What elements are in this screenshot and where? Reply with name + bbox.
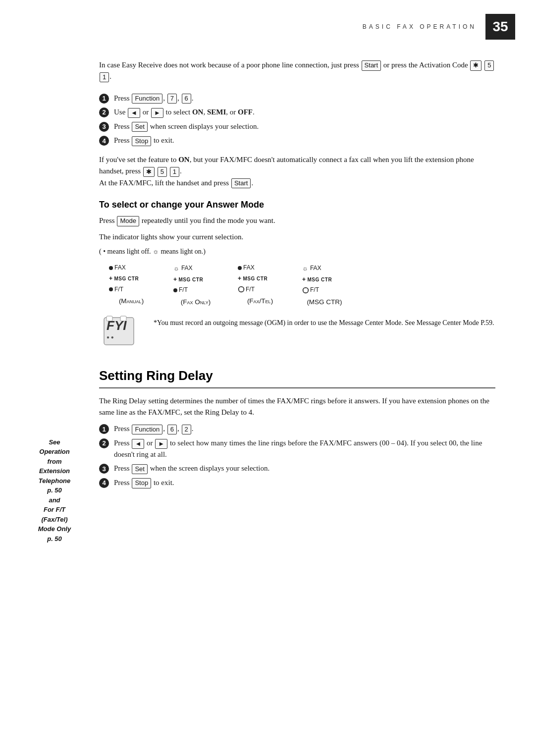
step-4: 4 Press Stop to exit. [99, 135, 495, 146]
manual-ft-dot [109, 287, 113, 291]
rd-step-4: 4 Press Stop to exit. [99, 477, 495, 488]
rd-step-3: 3 Press Set when the screen displays you… [99, 463, 495, 474]
msg-ctr-mode: ☼ FAX + MSG CTR [302, 263, 347, 306]
fyi-graphic: FYI ● ● [99, 313, 149, 352]
key-6a: 6 [182, 94, 191, 104]
faxtel-fax-row: FAX [238, 263, 282, 273]
left-arrow-key: ◄ [128, 108, 140, 118]
ring-delay-text: The Ring Delay setting determines the nu… [99, 395, 495, 419]
manual-msg-arrow: + [109, 273, 113, 284]
main-content: In case Easy Receive does not work becau… [0, 40, 535, 516]
sidebar-note: SeeOperationfromExtensionTelephonep. 50a… [22, 437, 87, 544]
faxonly-ft-row: F/T [173, 285, 218, 296]
faxonly-ft-label: F/T [179, 285, 188, 296]
step-number-3: 3 [99, 122, 109, 132]
msg-ctr-label-below: (MSG CTR) [307, 298, 342, 306]
header-title: BASIC FAX OPERATION [363, 23, 477, 30]
step-number-1: 1 [99, 94, 109, 104]
fax-only-mode: ☼ FAX + MSG CTR F/T (Fax Only) [173, 263, 218, 306]
start-key-2: Start [231, 178, 251, 188]
answer-mode-text1: Press Mode repeatedly until you find the… [99, 215, 495, 226]
msgctr-fax-sun: ☼ [302, 263, 308, 274]
intro-paragraph: In case Easy Receive does not work becau… [99, 59, 495, 83]
faxonly-msg-row: + MSG CTR [173, 274, 218, 285]
svg-point-5 [303, 288, 309, 293]
msgctr-fax-row: ☼ FAX [302, 263, 347, 274]
manual-mode: FAX + MSG CTR F/T (Manual) [109, 263, 154, 305]
ring-delay-section: Setting Ring Delay The Ring Delay settin… [99, 368, 495, 488]
faxtel-msg-label: MSG CTR [243, 274, 268, 283]
rd-left-arrow: ◄ [132, 439, 144, 449]
msgctr-fax-label: FAX [310, 263, 321, 274]
manual-ft-row: F/T [109, 284, 154, 295]
faxtel-fax-dot [238, 266, 242, 270]
key-1b: 1 [170, 167, 179, 177]
rd-step-1: 1 Press Function, 6, 2. [99, 423, 495, 434]
manual-label: (Manual) [119, 297, 144, 305]
rd-key-2: 2 [182, 425, 191, 434]
faxtel-ft-ring [238, 286, 245, 293]
fax-only-label: (Fax Only) [181, 298, 211, 306]
page-number: 35 [485, 14, 515, 40]
right-arrow-key: ► [151, 108, 163, 118]
faxtel-msg-arrow: + [238, 273, 242, 284]
function-key-2: Function [132, 425, 162, 434]
fyi-note: *You must record an outgoing message (OG… [154, 318, 495, 328]
set-key-1: Set [132, 122, 148, 132]
msg-ctr-col: ☼ FAX + MSG CTR [302, 263, 347, 296]
key-5b: 5 [158, 167, 167, 177]
step-number-4: 4 [99, 136, 109, 146]
ring-delay-divider [99, 387, 495, 388]
fyi-container: FYI ● ● *You must record an outgoing mes… [99, 313, 495, 352]
fax-tel-mode: FAX + MSG CTR [238, 263, 282, 305]
faxonly-ft-dot [173, 288, 177, 292]
fax-tel-label: (Fax/Tel) [247, 297, 273, 305]
step-3: 3 Press Set when screen displays your se… [99, 121, 495, 132]
faxonly-fax-label: FAX [181, 263, 193, 274]
manual-fax-row: FAX [109, 263, 154, 273]
ring-icon-2 [302, 287, 309, 294]
faxtel-ft-row: F/T [238, 284, 282, 295]
sidebar-see: SeeOperationfromExtensionTelephonep. 50a… [38, 438, 71, 542]
rd-step-4-content: Press Stop to exit. [114, 477, 495, 488]
rd-step-2-content: Press ◄ or ► to select how many times th… [114, 437, 495, 460]
mode-key: Mode [117, 216, 139, 226]
rd-step-number-2: 2 [99, 438, 109, 448]
star-key: ✱ [470, 60, 482, 70]
rd-step-number-4: 4 [99, 478, 109, 488]
star-key-2: ✱ [143, 167, 155, 177]
manual-msg-label: MSG CTR [114, 274, 139, 283]
step-1: 1 Press Function, 7, 6. [99, 93, 495, 104]
set-key-2: Set [132, 464, 148, 474]
msgctr-ft-ring [302, 287, 309, 294]
faxonly-msg-label: MSG CTR [179, 275, 204, 284]
fax-only-col: ☼ FAX + MSG CTR F/T [173, 263, 218, 296]
step-4-content: Press Stop to exit. [114, 135, 495, 146]
answer-mode-section: To select or change your Answer Mode Pre… [99, 200, 495, 352]
stop-key-2: Stop [132, 478, 151, 488]
svg-point-0 [239, 287, 244, 292]
rd-step-number-3: 3 [99, 464, 109, 474]
msgctr-ft-row: F/T [302, 285, 347, 296]
msgctr-msg-label: MSG CTR [308, 275, 332, 284]
answer-mode-heading: To select or change your Answer Mode [99, 200, 495, 210]
key-5: 5 [484, 60, 494, 70]
start-key: Start [362, 60, 381, 70]
step-number-2: 2 [99, 108, 109, 117]
ring-delay-steps: 1 Press Function, 6, 2. 2 Press ◄ or ► t… [99, 423, 495, 488]
manual-col: FAX + MSG CTR F/T [109, 263, 154, 295]
middle-paragraph: If you've set the feature to ON, but you… [99, 154, 495, 189]
rd-key-6: 6 [167, 425, 177, 434]
step-3-content: Press Set when screen displays your sele… [114, 121, 495, 132]
stop-key-1: Stop [132, 136, 151, 146]
msgctr-ft-label: F/T [310, 285, 319, 296]
rd-step-1-content: Press Function, 6, 2. [114, 423, 495, 434]
svg-text:● ●: ● ● [107, 334, 114, 340]
manual-fax-dot [109, 266, 113, 270]
page-header: BASIC FAX OPERATION 35 [0, 0, 515, 40]
steps-top: 1 Press Function, 7, 6. 2 Use ◄ or ► to … [99, 93, 495, 147]
rd-step-2: 2 Press ◄ or ► to select how many times … [99, 437, 495, 460]
mode-indicators: FAX + MSG CTR F/T (Manual) [109, 263, 495, 306]
step-2-content: Use ◄ or ► to select ON, SEMI, or OFF. [114, 107, 495, 118]
fax-tel-col: FAX + MSG CTR [238, 263, 282, 295]
